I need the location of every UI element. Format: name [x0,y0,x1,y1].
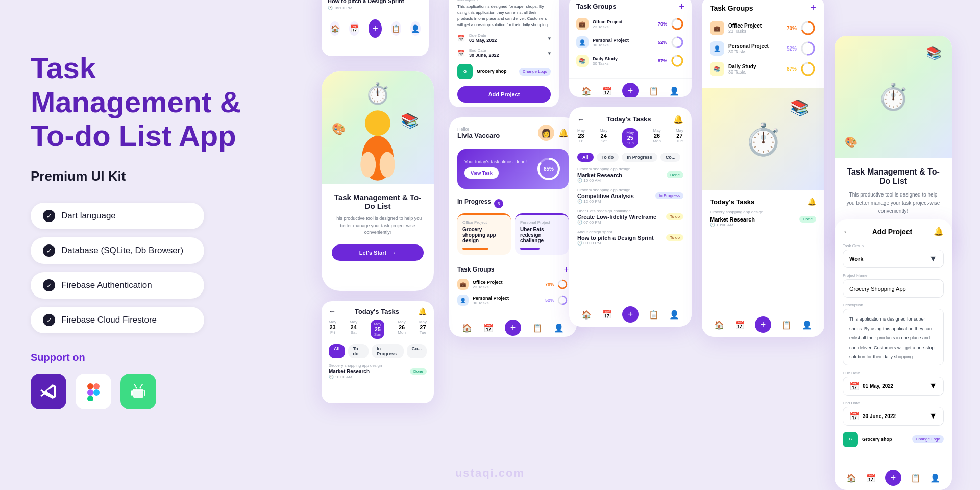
bell-icon[interactable]: 🔔 [558,128,569,138]
ip-card-personal: Personal Project Uber Eats redesign chal… [515,213,569,255]
filter-all[interactable]: All [329,344,345,358]
personal-icon: 👤 [576,36,589,48]
add-task-button[interactable]: + [369,19,382,38]
view-task-button[interactable]: View Task [464,167,499,179]
add-project-right-content: ← Add Project 🔔 Task Group Work ▼ Projec… [835,219,952,454]
filter-co[interactable]: Co... [407,344,427,358]
bell-icon-2[interactable]: 🔔 [418,307,427,315]
left-panel: Task Management & To-do List App Premium… [31,51,245,409]
hello-add-btn[interactable]: + [505,320,521,336]
hello-nav-list[interactable]: 📋 [532,323,543,333]
nav-profile-2[interactable]: 👤 [669,86,679,96]
add-btn-3[interactable]: + [622,306,639,323]
vscode-icon [31,374,66,409]
bell-icon-4[interactable]: 🔔 [934,227,944,236]
date-dropdown[interactable]: ▼ [929,381,937,390]
task-time-1: 🕙 10:00 AM [329,375,427,379]
end-date-label: End Date [469,48,499,53]
description-field: Description This application is designed… [843,303,944,365]
back-icon[interactable]: ← [329,307,336,315]
task-group-study: 📚 Daily Study 30 Tasks 87% [576,54,684,68]
task-item-3: Uber Eats redesign challange Create Low-… [577,209,683,225]
tg-tall-add[interactable]: + [810,2,816,14]
nav-profile-4[interactable]: 👤 [802,320,812,330]
nav-home-2[interactable]: 🏠 [581,86,592,96]
tg-mini-personal-icon: 👤 [457,295,469,306]
phone-pitch-top: About design sprint To do How to pitch a… [322,0,429,56]
nav-list[interactable]: 📋 [391,21,401,36]
check-icon-firebase-cloud: ✓ [43,314,55,326]
nav-list-4[interactable]: 📋 [781,320,792,330]
tg-mini-personal-label: Personal Project [473,296,509,301]
nav-list-2[interactable]: 📋 [649,86,659,96]
nav-cal-4[interactable]: 📅 [734,320,745,330]
feature-database: ✓ Database (SQLite, Db Browser) [31,237,204,264]
task-tag-l4: About design sprint [577,230,683,234]
date-may-26: May 26 Mon [398,320,406,339]
back-icon-2[interactable]: ← [577,115,584,124]
market-time: 🕙 10:00 AM [710,223,816,227]
lets-start-button[interactable]: Let's Start → [332,244,424,261]
add-btn-5[interactable]: + [885,470,901,486]
filter-in-progress[interactable]: In Progress [372,344,404,358]
project-name-field: Project Name Grocery Shopping App [843,273,944,298]
filter-all-2[interactable]: All [577,153,594,162]
heart-icon-2: ♥ [548,51,551,56]
filter-todo-2[interactable]: To do [597,153,619,162]
check-icon-database: ✓ [43,244,55,257]
phone-task-groups-tall: Task Groups + 💼 Office Project 23 Tasks … [702,0,824,337]
nav-home[interactable]: 🏠 [330,21,340,36]
filter-progress-2[interactable]: In Progress [622,153,657,162]
nav-home-3[interactable]: 🏠 [581,310,592,320]
filter-todo[interactable]: To do [348,344,369,358]
today-bell[interactable]: 🔔 [807,198,816,206]
nav-list-5[interactable]: 📋 [911,473,921,483]
phone-add-project-right: ← Add Project 🔔 Task Group Work ▼ Projec… [835,219,952,490]
filter-co-2[interactable]: Co... [660,153,681,162]
svg-point-6 [140,387,141,389]
back-icon-3[interactable]: ← [843,227,851,236]
task-groups-add[interactable]: + [679,1,684,12]
nav-profile-3[interactable]: 👤 [669,310,679,320]
support-icons [31,374,245,409]
study-icon: 📚 [576,55,589,67]
task-name-1: Market Research [329,369,370,374]
dropdown-icon[interactable]: ▼ [929,254,937,263]
nav-home-5[interactable]: 🏠 [846,473,856,483]
nav-calendar[interactable]: 📅 [349,21,359,36]
status-badge-l2: In Progress [655,192,683,199]
task-group-field-label: Task Group [843,243,944,248]
heart-icon: ♥ [548,36,551,41]
tg-tall-personal-pct: 52% [787,46,797,52]
hello-nav-home[interactable]: 🏠 [462,323,472,333]
nav-profile[interactable]: 👤 [410,21,421,36]
bell-icon-3[interactable]: 🔔 [673,114,683,124]
end-date-field-value: 30 June, 2022 [863,413,896,419]
phone-hello: Hello! Livia Vaccaro 👩 🔔 Your today's ta… [449,117,577,337]
add-project-button[interactable]: Add Project [457,86,551,103]
hello-nav-profile[interactable]: 👤 [554,323,564,333]
figma-icon [76,374,111,409]
done-badge-1: Done [410,368,427,375]
today-large-header: ← Today's Tasks 🔔 [577,114,683,124]
task-group-field: Task Group Work ▼ [843,243,944,268]
change-logo-button[interactable]: Change Logo [519,68,551,76]
nav-cal-5[interactable]: 📅 [866,473,876,483]
change-logo-button-right[interactable]: Change Logo [912,435,944,443]
end-date-dropdown[interactable]: ▼ [929,411,937,421]
nav-home-4[interactable]: 🏠 [714,320,724,330]
nav-calendar-2[interactable]: 📅 [602,86,612,96]
task-tag-l2: Grocery shopping app design [577,188,683,192]
pitch-title: How to pitch a Design Sprint [328,0,423,4]
welcome-gradient: ⏱️ 📚 🎨 [322,71,434,184]
nav-profile-5[interactable]: 👤 [930,473,940,483]
hello-nav-cal[interactable]: 📅 [483,323,494,333]
nav-list-3[interactable]: 📋 [649,310,659,320]
task-time-l4: 🕙 09:00 PM [577,241,683,246]
tg-tall-personal-tasks: 30 Tasks [728,49,769,54]
nav-cal-3[interactable]: 📅 [602,310,612,320]
add-button-2[interactable]: + [622,83,639,97]
add-btn-4[interactable]: + [755,316,771,333]
support-label: Support on [31,352,245,363]
task-groups-mini-add[interactable]: + [564,265,569,274]
